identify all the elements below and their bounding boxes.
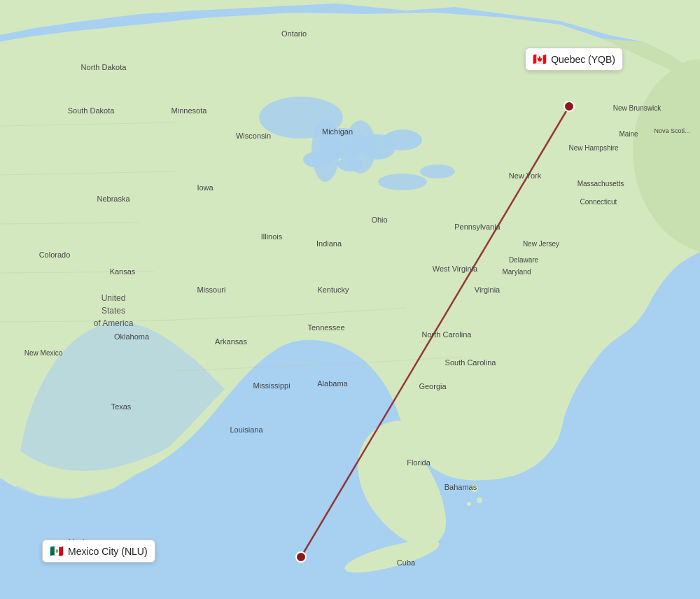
svg-text:Connecticut: Connecticut: [580, 198, 617, 206]
map-container: Ontario New Brunswick Nova Scoti... Nort…: [0, 0, 700, 599]
svg-text:Michigan: Michigan: [322, 127, 353, 136]
svg-text:Tennessee: Tennessee: [307, 323, 344, 332]
svg-point-10: [420, 164, 455, 178]
svg-text:of America: of America: [94, 318, 134, 328]
svg-text:New Brunswick: New Brunswick: [613, 104, 662, 112]
quebec-tooltip: 🇨🇦 Quebec (YQB): [525, 48, 623, 71]
svg-text:New Mexico: New Mexico: [24, 349, 63, 357]
svg-point-14: [467, 502, 471, 506]
svg-text:Arkansas: Arkansas: [215, 337, 247, 346]
svg-text:Delaware: Delaware: [509, 256, 539, 264]
svg-text:Georgia: Georgia: [419, 382, 447, 390]
svg-text:South Dakota: South Dakota: [68, 106, 115, 115]
svg-text:Missouri: Missouri: [197, 286, 226, 294]
mexico-city-airport-label: Mexico City (NLU): [68, 546, 148, 557]
svg-text:Massachusetts: Massachusetts: [578, 180, 624, 188]
svg-text:West Virginia: West Virginia: [433, 265, 478, 273]
svg-text:Alabama: Alabama: [317, 379, 348, 388]
svg-text:Nebraska: Nebraska: [97, 195, 130, 203]
quebec-dot: [564, 101, 574, 111]
svg-text:Kentucky: Kentucky: [317, 286, 349, 294]
svg-text:Ohio: Ohio: [371, 216, 387, 224]
svg-text:Mississippi: Mississippi: [253, 381, 290, 390]
svg-text:Iowa: Iowa: [197, 183, 214, 192]
svg-point-9: [378, 174, 427, 190]
svg-text:Maine: Maine: [619, 130, 638, 138]
svg-text:Minnesota: Minnesota: [172, 106, 208, 115]
svg-text:Ontario: Ontario: [281, 29, 307, 38]
mexico-city-tooltip: 🇲🇽 Mexico City (NLU): [42, 540, 155, 563]
svg-text:Colorado: Colorado: [39, 251, 71, 259]
svg-point-3: [383, 129, 422, 150]
svg-text:States: States: [102, 306, 125, 316]
svg-text:Cuba: Cuba: [397, 558, 416, 567]
mexico-city-dot: [296, 552, 306, 562]
svg-text:New Jersey: New Jersey: [523, 240, 559, 248]
svg-point-13: [477, 498, 482, 503]
svg-text:United: United: [102, 293, 126, 303]
svg-text:South Carolina: South Carolina: [445, 358, 497, 367]
svg-text:Nova Scoti...: Nova Scoti...: [654, 127, 690, 134]
svg-text:Louisiana: Louisiana: [230, 425, 263, 434]
svg-text:Maryland: Maryland: [502, 268, 531, 276]
svg-text:Oklahoma: Oklahoma: [114, 332, 150, 341]
svg-text:Pennsylvania: Pennsylvania: [454, 223, 500, 231]
svg-text:North Carolina: North Carolina: [422, 330, 472, 339]
svg-text:Bahamas: Bahamas: [444, 483, 477, 491]
svg-text:Illinois: Illinois: [261, 232, 283, 241]
mexico-flag-icon: 🇲🇽: [50, 544, 64, 558]
svg-text:Texas: Texas: [111, 402, 132, 411]
svg-text:North Dakota: North Dakota: [81, 63, 127, 71]
svg-text:Kansas: Kansas: [110, 267, 136, 276]
quebec-airport-label: Quebec (YQB): [551, 54, 615, 65]
svg-text:Virginia: Virginia: [475, 286, 500, 294]
svg-text:New Hampshire: New Hampshire: [568, 144, 619, 152]
map-svg: Ontario New Brunswick Nova Scoti... Nort…: [0, 0, 700, 599]
canada-flag-icon: 🇨🇦: [533, 52, 547, 66]
svg-text:New York: New York: [509, 171, 542, 180]
svg-text:Florida: Florida: [407, 458, 431, 467]
svg-text:Indiana: Indiana: [316, 239, 342, 248]
svg-text:Wisconsin: Wisconsin: [236, 132, 271, 140]
